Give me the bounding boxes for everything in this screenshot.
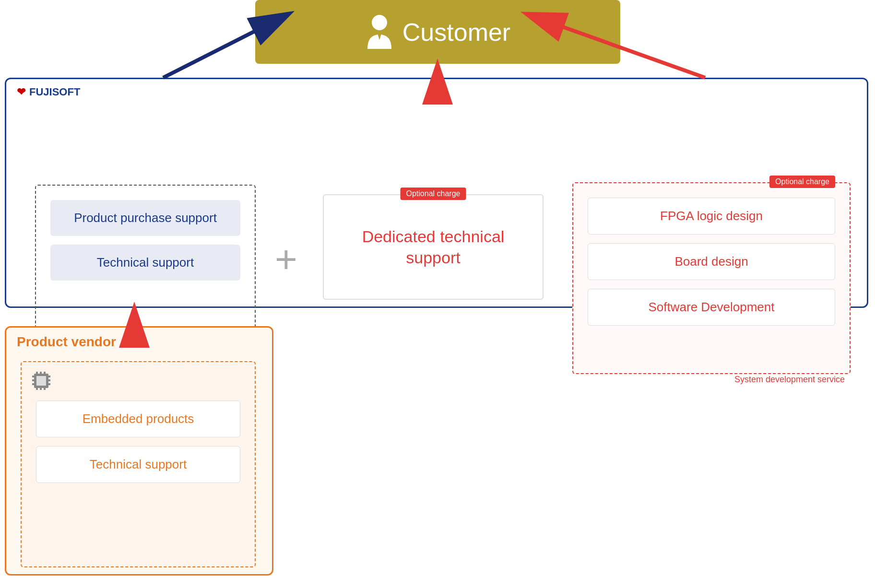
- dedicated-box: Optional charge Dedicated technicalsuppo…: [323, 194, 544, 300]
- svg-rect-2: [36, 376, 46, 386]
- svg-rect-3: [32, 376, 34, 377]
- fpga-logic-design-item: FPGA logic design: [588, 198, 835, 235]
- svg-rect-11: [44, 372, 46, 374]
- embedded-products-item: Embedded products: [36, 400, 240, 437]
- svg-rect-12: [36, 388, 38, 390]
- product-purchase-support-item: Product purchase support: [50, 200, 240, 236]
- vendor-technical-support-item: Technical support: [36, 446, 240, 483]
- system-dev-box: Optional charge FPGA logic design Board …: [572, 182, 851, 374]
- system-dev-label: System development service: [734, 375, 845, 385]
- customer-box: Customer: [255, 0, 620, 64]
- svg-rect-6: [48, 376, 50, 377]
- svg-point-0: [372, 15, 387, 30]
- sales-support-box: Product purchase support Technical suppo…: [35, 185, 256, 348]
- product-vendor-box: Product vendor Embedded products Technic…: [5, 326, 273, 576]
- dedicated-text: Dedicated technicalsupport: [362, 226, 505, 268]
- svg-rect-5: [32, 383, 34, 385]
- product-vendor-label: Product vendor: [17, 334, 116, 350]
- svg-rect-14: [44, 388, 46, 390]
- software-development-item: Software Development: [588, 289, 835, 326]
- chip-icon: [29, 369, 53, 393]
- system-optional-charge: Optional charge: [769, 176, 835, 188]
- fujisoft-box: ❤ FUJISOFT Product purchase support Tech…: [5, 78, 868, 308]
- board-design-item: Board design: [588, 243, 835, 280]
- technical-support-item: Technical support: [50, 245, 240, 281]
- svg-rect-7: [48, 379, 50, 381]
- svg-rect-10: [40, 372, 42, 374]
- svg-rect-9: [36, 372, 38, 374]
- fujisoft-logo-name: FUJISOFT: [29, 86, 80, 98]
- fujisoft-logo: ❤ FUJISOFT: [17, 86, 80, 98]
- vendor-inner-box: Embedded products Technical support: [21, 361, 256, 567]
- customer-icon: [365, 13, 394, 51]
- svg-rect-13: [40, 388, 42, 390]
- svg-rect-8: [48, 383, 50, 385]
- fujisoft-logo-icon: ❤: [17, 86, 25, 98]
- dedicated-optional-charge: Optional charge: [401, 188, 466, 200]
- svg-rect-4: [32, 379, 34, 381]
- customer-label: Customer: [402, 18, 510, 47]
- plus-sign: +: [275, 237, 297, 282]
